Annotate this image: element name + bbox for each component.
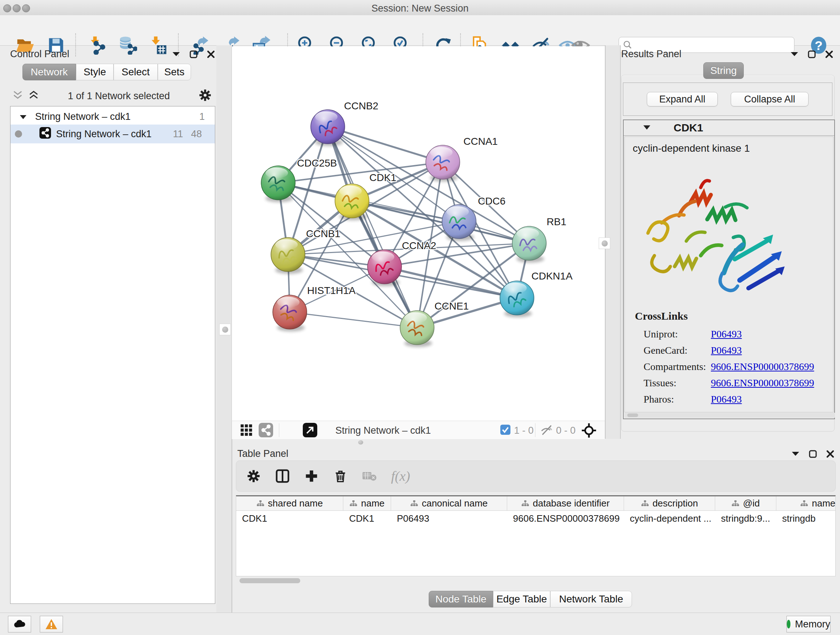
- column-header-@id[interactable]: @id: [715, 496, 776, 511]
- birds-eye-view-icon[interactable]: [303, 423, 317, 439]
- table-h-scrollbar[interactable]: [236, 578, 836, 584]
- warnings-button[interactable]: [40, 616, 63, 632]
- crosslink-link[interactable]: P06493: [711, 326, 742, 342]
- table-cell[interactable]: stringdb: [776, 511, 836, 526]
- selected-checkbox-icon[interactable]: [500, 424, 510, 436]
- network-status-dot: [15, 130, 22, 138]
- tab-network-table[interactable]: Network Table: [550, 591, 632, 608]
- network-options-gear-icon[interactable]: [199, 89, 212, 103]
- horizontal-splitter-handle[interactable]: [358, 440, 363, 445]
- expand-all-button[interactable]: Expand All: [647, 92, 718, 106]
- node-RB1[interactable]: [512, 226, 546, 263]
- title-bar: Session: New Session: [0, 0, 840, 16]
- column-header-name[interactable]: name: [343, 496, 391, 511]
- tree-expander-icon[interactable]: [19, 111, 27, 122]
- left-splitter-handle[interactable]: [219, 324, 231, 335]
- tab-sets[interactable]: Sets: [158, 64, 191, 80]
- crosslink-link[interactable]: 9606.ENSP00000378699: [711, 375, 814, 391]
- column-header-shared-name[interactable]: shared name: [236, 496, 343, 511]
- edge-count: 48: [191, 128, 202, 140]
- close-panel-icon[interactable]: [206, 50, 216, 59]
- cloud-icon: [13, 619, 26, 629]
- tab-select[interactable]: Select: [114, 64, 158, 80]
- column-header-description[interactable]: description: [624, 496, 715, 511]
- network-name: String Network – cdk1: [56, 128, 152, 140]
- gene-card-header[interactable]: CDK1: [624, 120, 834, 136]
- tab-edge-table[interactable]: Edge Table: [493, 591, 550, 608]
- gene-expander-icon[interactable]: [643, 124, 651, 132]
- close-panel-icon[interactable]: [824, 50, 834, 59]
- collapse-panel-icon[interactable]: [791, 449, 800, 459]
- tab-string[interactable]: String: [703, 62, 744, 79]
- show-columns-icon[interactable]: [275, 469, 290, 483]
- node-CDC25B[interactable]: [261, 166, 295, 203]
- crosslink-link[interactable]: 9606.ENSP00000378699: [711, 358, 814, 375]
- node-HIST1H1A[interactable]: [273, 295, 307, 332]
- hidden-eye-icon[interactable]: [540, 424, 553, 438]
- string-network-icon: [39, 127, 51, 141]
- table-toolbar: f(x): [236, 461, 836, 492]
- hidden-node-edge-counts: 0 - 0: [556, 425, 576, 436]
- grid-view-icon[interactable]: [240, 424, 253, 438]
- float-panel-icon[interactable]: [808, 449, 818, 459]
- network-list-header: 1 of 1 Network selected: [10, 88, 215, 104]
- node-CDKN1A[interactable]: [500, 281, 534, 318]
- network-canvas[interactable]: CCNB2CCNA1CDC25BCDK1CDC6RB1CCNB1CCNA2CDK…: [232, 46, 605, 421]
- network-collection-row[interactable]: String Network – cdk1 1: [11, 106, 215, 125]
- crosslinks-list: Uniprot:P06493GeneCard:P06493Compartment…: [644, 326, 832, 407]
- node-CCNB1[interactable]: [271, 238, 305, 274]
- tab-style[interactable]: Style: [76, 64, 114, 80]
- node-CDK1[interactable]: [335, 184, 369, 220]
- table-h-scrollbar-thumb[interactable]: [240, 578, 300, 583]
- node-label-HIST1H1A: HIST1H1A: [307, 285, 355, 296]
- control-panel-window-buttons: [172, 50, 216, 59]
- crosslink-label: Uniprot:: [644, 326, 711, 342]
- node-CCNA1[interactable]: [426, 145, 460, 182]
- selected-node-edge-counts: 1 - 0: [514, 425, 534, 436]
- network-row-selected[interactable]: String Network – cdk1 11 48: [11, 125, 215, 143]
- table-options-gear-icon[interactable]: [246, 469, 261, 483]
- table-cell[interactable]: CDK1: [343, 511, 391, 526]
- collapse-all-button[interactable]: Collapse All: [731, 92, 808, 106]
- delete-table-icon-disabled: [362, 469, 377, 483]
- table-row[interactable]: CDK1CDK1P064939606.ENSP00000378699cyclin…: [236, 511, 835, 526]
- add-column-icon[interactable]: [304, 469, 319, 483]
- collapse-panel-icon[interactable]: [172, 50, 181, 59]
- gene-result-card: CDK1 cyclin-dependent kinase 1: [623, 119, 835, 419]
- table-cell[interactable]: P06493: [391, 511, 507, 526]
- status-bar: Memory: [0, 613, 840, 635]
- string-network-graph[interactable]: CCNB2CCNA1CDC25BCDK1CDC6RB1CCNB1CCNA2CDK…: [232, 46, 605, 421]
- delete-column-icon[interactable]: [333, 469, 347, 483]
- column-header-canonical-name[interactable]: canonical name: [391, 496, 507, 511]
- fit-content-crosshair-icon[interactable]: [581, 423, 597, 440]
- crosslink-link[interactable]: P06493: [711, 342, 742, 358]
- table-cell[interactable]: stringdb:9...: [715, 511, 776, 526]
- right-splitter-handle[interactable]: [599, 238, 610, 249]
- crosslink-link[interactable]: P06493: [711, 391, 742, 407]
- cloud-status-button[interactable]: [8, 616, 31, 632]
- table-cell[interactable]: CDK1: [236, 511, 343, 526]
- node-label-CDKN1A: CDKN1A: [531, 271, 573, 282]
- float-panel-icon[interactable]: [807, 50, 816, 59]
- memory-button[interactable]: Memory: [786, 616, 831, 632]
- string-tab-icon[interactable]: [259, 423, 273, 439]
- crosslink-label: Compartments:: [644, 358, 711, 375]
- column-header-namespace[interactable]: namespace: [776, 496, 836, 511]
- table-panel-title: Table Panel: [237, 448, 288, 459]
- float-panel-icon[interactable]: [189, 50, 198, 59]
- collapse-all-tree-icon[interactable]: [28, 90, 39, 101]
- collapse-panel-icon[interactable]: [790, 50, 799, 59]
- column-header-database-identifier[interactable]: database identifier: [507, 496, 624, 511]
- crosslink-row: Tissues:9606.ENSP00000378699: [644, 375, 832, 391]
- expand-all-tree-icon[interactable]: [12, 90, 23, 101]
- node-CCNE1[interactable]: [400, 310, 434, 347]
- table-cell[interactable]: cyclin-dependent ...: [624, 511, 715, 526]
- node-label-CCNE1: CCNE1: [434, 301, 469, 312]
- expand-collapse-bar: Expand All Collapse All: [623, 82, 832, 116]
- tab-node-table[interactable]: Node Table: [429, 591, 493, 608]
- gene-card-scrollbar[interactable]: [624, 413, 835, 418]
- tab-network[interactable]: Network: [22, 64, 76, 80]
- horizontal-splitter[interactable]: [232, 439, 605, 446]
- table-cell[interactable]: 9606.ENSP00000378699: [507, 511, 624, 526]
- close-panel-icon[interactable]: [826, 449, 835, 459]
